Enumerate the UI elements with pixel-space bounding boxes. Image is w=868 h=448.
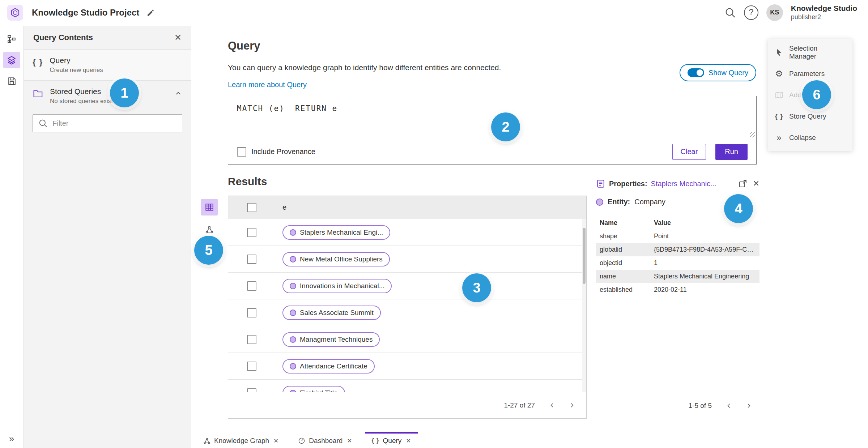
row-checkbox[interactable]: [247, 388, 256, 392]
selection-manager-item[interactable]: Selection Manager: [768, 42, 852, 63]
close-tab-icon[interactable]: ✕: [347, 437, 352, 445]
page-title: Query: [228, 39, 260, 52]
panel-header: Query Contents ✕: [24, 26, 191, 50]
collapse-label: Collapse: [789, 134, 816, 142]
table-row: Firebird Title: [228, 380, 586, 392]
property-row: globalid {5D9B4713-F98D-4A53-A59F-C11...: [596, 243, 760, 256]
project-contents-icon[interactable]: [3, 31, 20, 47]
query-editor[interactable]: MATCH (e) RETURN e: [237, 104, 748, 113]
edit-title-icon[interactable]: [146, 8, 155, 17]
row-checkbox[interactable]: [247, 335, 256, 344]
tab-knowledge-graph[interactable]: Knowledge Graph ✕: [197, 432, 285, 448]
entity-dot-icon: [290, 390, 296, 392]
close-tab-icon[interactable]: ✕: [406, 437, 411, 445]
property-row: established 2020-02-11: [596, 283, 760, 296]
row-checkbox[interactable]: [247, 362, 256, 371]
entity-chip[interactable]: Staplers Mechanical Engi...: [282, 225, 390, 240]
scrollbar-thumb[interactable]: [583, 228, 586, 284]
annotation-badge-3: 3: [462, 273, 491, 302]
table-scrollbar[interactable]: [582, 219, 586, 392]
results-view-switcher: [200, 199, 218, 238]
dashboard-icon: [298, 437, 305, 444]
tab-query[interactable]: { } Query ✕: [365, 432, 418, 448]
entity-dot-icon: [290, 256, 296, 263]
column-header-e: e: [275, 203, 286, 212]
entity-chip[interactable]: Firebird Title: [282, 386, 345, 392]
collapse-item[interactable]: » Collapse: [768, 127, 852, 148]
row-checkbox[interactable]: [247, 308, 256, 317]
results-table: e Staplers Mechanical Engi... New Metal …: [228, 196, 587, 419]
properties-table: Name Value shape Point globalid {5D9B471…: [596, 216, 760, 296]
row-checkbox[interactable]: [247, 281, 256, 291]
column-header-name: Name: [600, 219, 654, 227]
property-row: name Staplers Mechanical Engineering: [596, 270, 760, 283]
parameters-label: Parameters: [789, 70, 825, 78]
expand-rail-icon[interactable]: »: [0, 433, 23, 444]
entity-type-value: Company: [634, 198, 665, 206]
properties-header: Properties: Staplers Mechanic... ✕: [596, 179, 760, 188]
parameters-item[interactable]: ⚙ Parameters: [768, 63, 852, 84]
entity-chip-label: Innovations in Mechanical...: [300, 282, 384, 290]
toggle-on-icon[interactable]: [688, 68, 704, 77]
add-to-selection-icon[interactable]: [739, 179, 747, 188]
entity-chip[interactable]: Innovations in Mechanical...: [282, 279, 392, 293]
entity-dot-icon: [290, 310, 296, 316]
tab-dashboard[interactable]: Dashboard ✕: [292, 432, 358, 448]
tab-label: Query: [383, 437, 402, 445]
entity-label: Entity:: [608, 198, 630, 206]
table-row: New Metal Office Suppliers: [228, 246, 586, 273]
property-value: 1: [654, 259, 756, 267]
close-properties-icon[interactable]: ✕: [753, 179, 760, 188]
close-tab-icon[interactable]: ✕: [273, 437, 278, 445]
learn-more-link[interactable]: Learn more about Query: [228, 81, 307, 89]
user-role: publisher2: [791, 13, 857, 21]
folder-icon: [33, 88, 43, 99]
filter-input[interactable]: [33, 114, 182, 132]
chevron-up-icon[interactable]: [174, 89, 182, 97]
braces-icon: { }: [33, 57, 43, 67]
row-checkbox[interactable]: [247, 228, 256, 237]
save-icon[interactable]: [3, 73, 20, 89]
table-view-icon[interactable]: [201, 199, 218, 216]
main-area: Query You can query a knowledge graph to…: [192, 26, 868, 432]
include-provenance-checkbox[interactable]: [237, 147, 246, 157]
sidebar-item-stored-queries[interactable]: Stored Queries No stored queries exist: [24, 81, 191, 111]
entity-chip-label: Staplers Mechanical Engi...: [300, 229, 383, 236]
avatar[interactable]: KS: [766, 4, 783, 21]
property-name: globalid: [600, 246, 654, 253]
properties-pagination-label: 1-5 of 5: [689, 402, 712, 410]
help-icon[interactable]: ?: [744, 5, 758, 20]
sidebar-item-query[interactable]: { } Query Create new queries: [24, 50, 191, 81]
entity-chip[interactable]: Sales Associate Summit: [282, 306, 381, 320]
resize-grip[interactable]: [750, 132, 755, 137]
app-logo-icon[interactable]: [7, 5, 23, 21]
properties-pagination: 1-5 of 5: [596, 393, 760, 419]
props-prev-page-icon[interactable]: [720, 397, 738, 414]
gear-icon: ⚙: [774, 69, 784, 78]
properties-label: Properties:: [609, 180, 647, 188]
entity-dot-icon: [290, 229, 296, 236]
prev-page-icon[interactable]: [544, 397, 561, 414]
row-checkbox[interactable]: [247, 255, 256, 264]
results-rows: Staplers Mechanical Engi... New Metal Of…: [228, 219, 586, 392]
topbar: Knowledge Studio Project ? KS Knowledge …: [0, 0, 868, 25]
entity-chip[interactable]: Managment Techniques: [282, 332, 380, 347]
table-row: Attendance Certificate: [228, 353, 586, 380]
next-page-icon[interactable]: [563, 397, 580, 414]
search-icon[interactable]: [724, 7, 736, 18]
entity-chip[interactable]: Attendance Certificate: [282, 359, 375, 374]
entity-dot-icon: [290, 363, 296, 370]
close-panel-icon[interactable]: ✕: [174, 33, 182, 43]
run-button[interactable]: Run: [715, 144, 748, 160]
query-item-sublabel: Create new queries: [50, 67, 103, 74]
layers-icon[interactable]: [3, 52, 20, 68]
props-next-page-icon[interactable]: [740, 397, 757, 414]
properties-entity-link[interactable]: Staplers Mechanic...: [651, 180, 716, 188]
entity-chip-label: Sales Associate Summit: [300, 309, 374, 317]
entity-chip[interactable]: New Metal Office Suppliers: [282, 252, 390, 266]
select-all-checkbox[interactable]: [247, 203, 256, 212]
clear-button[interactable]: Clear: [672, 144, 706, 160]
show-query-toggle[interactable]: Show Query: [680, 64, 756, 81]
project-title: Knowledge Studio Project: [32, 8, 139, 18]
store-query-item[interactable]: { } Store Query: [768, 106, 852, 127]
